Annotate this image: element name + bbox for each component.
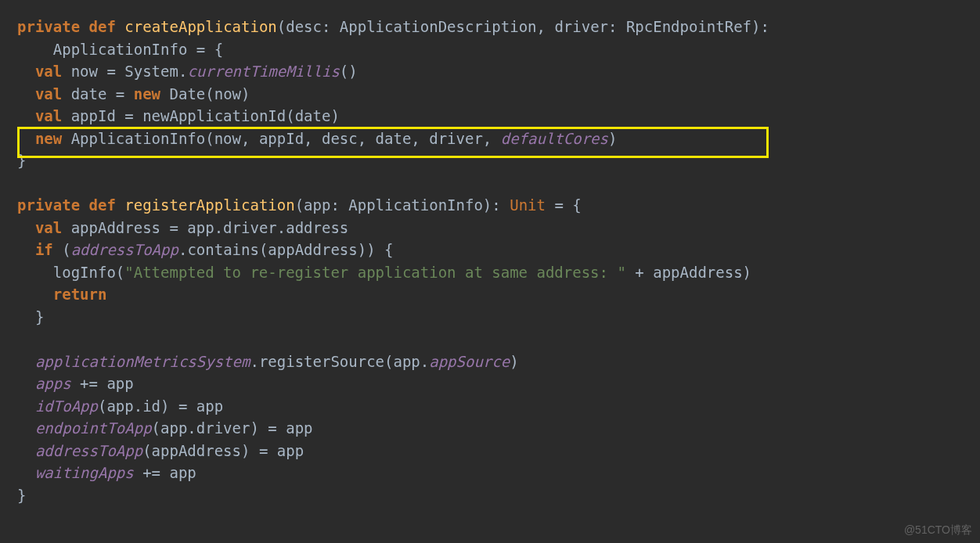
sig: (desc: ApplicationDescription, driver: R… [277, 18, 769, 35]
text: = { [546, 196, 582, 214]
field: appSource [429, 353, 510, 370]
text: () [340, 63, 358, 80]
text: date = [62, 85, 134, 102]
text: (appAddress) = app [142, 442, 304, 459]
field: apps [35, 375, 71, 392]
text: ) [510, 353, 518, 370]
brace: } [17, 152, 26, 169]
kw-def: def [89, 196, 116, 214]
brace: } [17, 487, 26, 504]
string: "Attempted to re-register application at… [124, 264, 626, 281]
field: addressToApp [35, 442, 142, 459]
text: += app [134, 464, 196, 481]
kw-val: val [35, 219, 62, 236]
text: ApplicationInfo(now, appId, desc, date, … [62, 130, 501, 147]
text: appId = newApplicationId(date) [62, 107, 340, 124]
field: addressToApp [71, 241, 178, 258]
method: currentTimeMillis [187, 63, 339, 80]
code-block: private def createApplication(desc: Appl… [0, 0, 980, 506]
unit: Unit [510, 196, 546, 214]
kw-return: return [53, 286, 107, 303]
fn-name: registerApplication [124, 196, 294, 214]
kw-new: new [134, 85, 160, 102]
text: (app.id) = app [98, 397, 223, 415]
line: ApplicationInfo = { [17, 41, 223, 58]
text: appAddress = app.driver.address [62, 219, 348, 236]
sig: (app: ApplicationInfo): [295, 196, 510, 214]
fn-name: createApplication [124, 18, 276, 35]
field: defaultCores [501, 130, 608, 147]
text: + appAddress) [626, 264, 751, 281]
field: endpointToApp [35, 419, 152, 437]
brace: } [17, 308, 44, 325]
text: ( [53, 241, 71, 258]
field: waitingApps [35, 464, 134, 481]
text: += app [71, 375, 134, 392]
kw-new: new [35, 130, 62, 147]
text: (app.driver) = app [152, 419, 313, 437]
text: .contains(appAddress)) { [178, 241, 394, 258]
kw-val: val [35, 85, 62, 102]
kw-def: def [89, 18, 116, 35]
kw-private: private [17, 18, 80, 35]
kw-val: val [35, 107, 62, 124]
text: Date(now) [160, 85, 250, 102]
text: logInfo( [17, 264, 124, 281]
field: idToApp [35, 397, 98, 415]
kw-private: private [17, 196, 80, 214]
text: now = System. [62, 63, 187, 80]
text: .registerSource(app. [250, 353, 429, 370]
kw-val: val [35, 63, 62, 80]
watermark: @51CTO博客 [904, 522, 972, 538]
text: ) [608, 130, 617, 147]
field: applicationMetricsSystem [35, 353, 250, 370]
kw-if: if [35, 241, 53, 258]
